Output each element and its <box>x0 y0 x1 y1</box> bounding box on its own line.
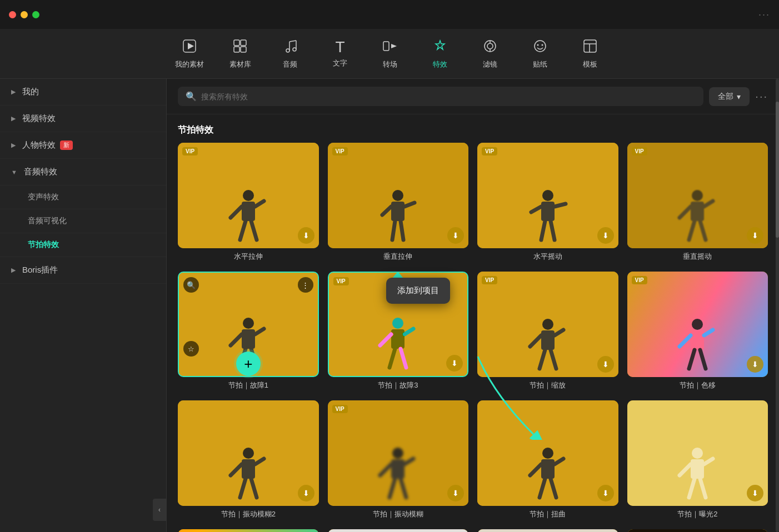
effect-card-e7[interactable]: VIP ⬇ 节拍｜缩放 <box>477 272 618 392</box>
svg-line-76 <box>240 479 246 498</box>
nav-item-transition[interactable]: 转场 <box>365 34 415 74</box>
search-input[interactable] <box>201 92 696 101</box>
section-title: 节拍特效 <box>167 114 779 143</box>
nav-item-material-lib[interactable]: 素材库 <box>215 34 265 74</box>
more-icon-e5[interactable]: ⋮ <box>298 277 313 293</box>
sidebar-item-beat-effects[interactable]: 节拍特效 <box>0 233 166 257</box>
svg-rect-25 <box>242 202 255 221</box>
filter-button[interactable]: 全部 ▾ <box>709 87 750 106</box>
svg-point-48 <box>243 318 254 329</box>
effect-card-e15[interactable]: VIP <box>477 529 618 532</box>
sidebar-item-character-effects[interactable]: ▶ 人物特效 新 <box>0 132 166 159</box>
svg-line-81 <box>405 459 413 464</box>
effect-card-e10[interactable]: VIP ⬇ 节拍｜振动模糊 <box>328 400 469 520</box>
vip-badge-e10: VIP <box>332 405 348 413</box>
sidebar-label-boris-plugin: Boris插件 <box>22 265 58 275</box>
nav-label-filters: 滤镜 <box>483 59 497 69</box>
nav-item-filters[interactable]: 滤镜 <box>465 34 515 74</box>
svg-line-95 <box>700 479 706 498</box>
scrollbar-thumb[interactable] <box>776 102 779 238</box>
sidebar-item-boris-plugin[interactable]: ▶ Boris插件 <box>0 257 166 284</box>
svg-line-51 <box>255 329 264 334</box>
download-button-e1[interactable]: ⬇ <box>298 227 314 244</box>
download-button-e9[interactable]: ⬇ <box>298 485 314 501</box>
svg-line-32 <box>382 207 391 215</box>
add-to-project-circle-button[interactable]: + <box>236 352 261 376</box>
sidebar-item-video-effects[interactable]: ▶ 视频特效 <box>0 106 166 132</box>
svg-line-87 <box>555 459 563 464</box>
svg-line-28 <box>240 221 246 240</box>
sidebar-item-audio-visual[interactable]: 音频可视化 <box>0 209 166 233</box>
close-button[interactable] <box>9 11 16 18</box>
vip-badge-e3: VIP <box>482 147 497 155</box>
svg-rect-73 <box>242 459 255 479</box>
sidebar-item-voice-change[interactable]: 变声特效 <box>0 185 166 209</box>
sidebar-item-my[interactable]: ▶ 我的 <box>0 79 166 106</box>
sidebar-item-audio-effects[interactable]: ▼ 音频特效 <box>0 159 166 185</box>
scrollbar-track[interactable] <box>776 79 779 532</box>
svg-line-29 <box>251 221 257 240</box>
effect-card-e14[interactable] <box>328 529 469 532</box>
download-button-e3[interactable]: ⬇ <box>597 227 614 244</box>
effect-card-e12[interactable]: ⬇ 节拍｜曝光2 <box>627 400 768 520</box>
svg-line-80 <box>380 464 391 475</box>
nav-item-audio[interactable]: 音频 <box>265 34 315 74</box>
effect-thumb-e9: ⬇ <box>178 400 319 506</box>
download-button-e4[interactable]: ⬇ <box>747 227 763 244</box>
effect-card-e11[interactable]: ⬇ 节拍｜扭曲 <box>477 400 618 520</box>
search-overlay-icon[interactable]: 🔍 <box>183 277 199 293</box>
effect-name-e3: 水平摇动 <box>477 248 618 263</box>
svg-line-47 <box>700 221 706 240</box>
svg-point-15 <box>487 43 493 49</box>
download-button-e2[interactable]: ⬇ <box>447 227 464 244</box>
svg-rect-37 <box>541 202 555 221</box>
effect-name-e12: 节拍｜曝光2 <box>627 506 768 520</box>
effect-card-e4[interactable]: VIP ⬇ 垂直摇动 <box>627 143 768 263</box>
svg-line-59 <box>401 349 406 368</box>
more-options-button[interactable]: ··· <box>755 90 768 103</box>
nav-item-effects[interactable]: 特效 <box>415 34 465 74</box>
svg-line-56 <box>380 334 391 345</box>
svg-point-66 <box>692 319 703 330</box>
svg-line-34 <box>392 221 395 240</box>
effect-thumb-e2: VIP ⬇ <box>328 143 469 248</box>
sidebar-label-video-effects: 视频特效 <box>22 113 56 124</box>
effect-thumb-e3: VIP ⬇ <box>477 143 618 248</box>
svg-line-46 <box>689 221 695 240</box>
context-popup[interactable]: 添加到项目 <box>386 278 450 304</box>
nav-item-templates[interactable]: 模板 <box>565 34 615 74</box>
nav-label-my-material: 我的素材 <box>175 59 204 69</box>
svg-point-6 <box>286 49 289 52</box>
audio-icon <box>282 38 298 56</box>
svg-line-93 <box>704 459 713 464</box>
minimize-button[interactable] <box>21 11 28 18</box>
effect-card-e5[interactable]: 🔍 ⋮ ☆ + 节拍｜故障1 <box>178 272 319 392</box>
sidebar-label-audio-visual: 音频可视化 <box>28 216 67 225</box>
nav-item-text[interactable]: T 文字 <box>315 35 365 73</box>
effect-thumb-e8: VIP ⬇ <box>627 272 768 377</box>
effect-card-e9[interactable]: ⬇ 节拍｜振动模糊2 <box>178 400 319 520</box>
effect-card-e1[interactable]: VIP ⬇ 水平拉伸 <box>178 143 319 263</box>
title-bar-menu[interactable]: ··· <box>758 9 770 21</box>
svg-line-71 <box>700 350 706 369</box>
effect-card-e13[interactable]: VIP <box>178 529 319 532</box>
sidebar-collapse-button[interactable]: ‹ <box>153 499 166 521</box>
filters-icon <box>482 38 498 56</box>
vip-badge-e8: VIP <box>632 276 647 284</box>
nav-item-stickers[interactable]: 贴纸 <box>515 34 565 74</box>
effect-card-e16[interactable]: VIP <box>627 529 768 532</box>
effect-card-e3[interactable]: VIP ⬇ 水平摇动 <box>477 143 618 263</box>
download-button-e7[interactable]: ⬇ <box>597 356 614 373</box>
svg-line-68 <box>680 335 691 347</box>
top-nav: 我的素材 素材库 音频 T 文字 <box>0 29 779 79</box>
search-input-wrap[interactable]: 🔍 <box>178 87 703 106</box>
download-button-e11[interactable]: ⬇ <box>597 485 614 501</box>
effect-name-e4: 垂直摇动 <box>627 248 768 263</box>
svg-marker-1 <box>188 43 194 49</box>
effect-thumb-e10: VIP ⬇ <box>328 400 469 506</box>
sidebar: ▶ 我的 ▶ 视频特效 ▶ 人物特效 新 ▼ 音频特效 变声特效 音频可视化 节… <box>0 79 167 532</box>
effect-card-e8[interactable]: VIP ⬇ 节拍｜色移 <box>627 272 768 392</box>
nav-item-my-material[interactable]: 我的素材 <box>164 34 215 74</box>
effect-card-e2[interactable]: VIP ⬇ 垂直拉伸 <box>328 143 469 263</box>
maximize-button[interactable] <box>32 11 39 18</box>
